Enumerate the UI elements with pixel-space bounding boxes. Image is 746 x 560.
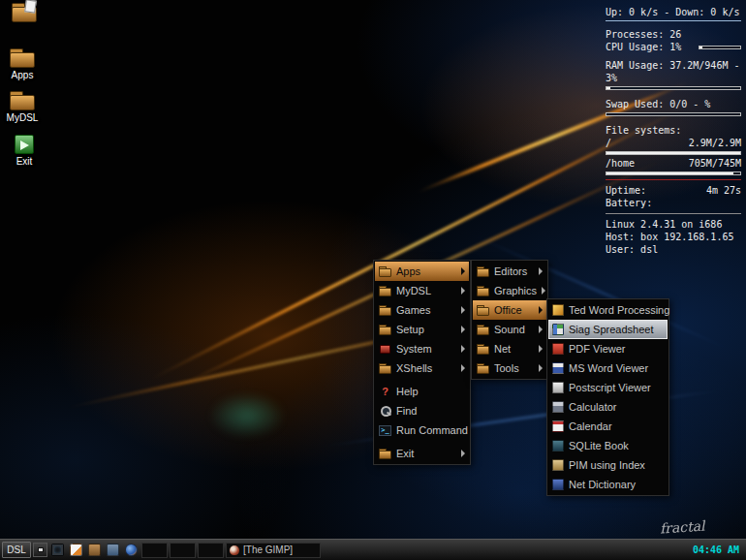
net-speed-line: Up: 0 k/s - Down: 0 k/s [606,6,741,18]
menu-item-label: SQLite Book [569,440,664,451]
menu-item-label: Exit [396,448,456,459]
desktop-icon-system[interactable] [2,3,47,24]
submenu-arrow-icon [539,267,543,275]
task-button-gimp[interactable]: [The GIMP] [226,543,321,558]
desktop-icon-label: MyDSL [0,112,45,123]
office-item-calendar[interactable]: Calendar [548,417,668,436]
fs-mount: /home [606,157,635,170]
office-item-msword[interactable]: MS Word Viewer [548,358,668,378]
menu-item-apps[interactable]: Apps [375,262,469,281]
submenu-arrow-icon [539,345,543,353]
task-slot-empty[interactable] [198,543,224,558]
folder-icon [477,286,489,296]
submenu-item-editors[interactable]: Editors [473,262,546,281]
os-line: Linux 2.4.31 on i686 [606,218,741,231]
office-item-siag[interactable]: Siag Spreadsheet [548,320,668,339]
launcher-editor[interactable] [68,542,84,558]
desktop-icon-apps[interactable]: Apps [0,48,45,80]
menu-item-mydsl[interactable]: MyDSL [375,281,469,300]
menu-item-setup[interactable]: Setup [375,320,469,339]
menu-item-help[interactable]: Help [375,382,469,401]
taskbar-empty-area [323,543,686,558]
desktop: fractal Apps MyDSL Exit Up: 0 k/s - Down… [0,0,746,560]
menu-item-run-command[interactable]: Run Command [375,420,469,440]
desktop-icon-mydsl[interactable]: MyDSL [0,91,45,123]
menu-item-label: Setup [396,324,456,335]
swap-usage-bar [606,112,741,116]
menu-item-games[interactable]: Games [375,300,469,320]
iconify-button[interactable] [33,543,47,557]
menu-item-label: MS Word Viewer [569,362,664,374]
submenu-item-tools[interactable]: Tools [473,358,546,378]
launcher-terminal[interactable] [49,542,66,558]
separator [606,20,741,21]
menu-item-label: Siag Spreadsheet [569,324,664,335]
submenu-arrow-icon [461,364,465,372]
start-button[interactable]: DSL [2,542,31,558]
pdf-document-icon [552,343,564,355]
folder-icon [379,266,391,277]
menu-item-label: Tools [494,362,534,374]
submenu-arrow-icon [539,364,543,372]
menu-item-exit[interactable]: Exit [375,444,469,463]
root-menu: Apps MyDSL Games Setup System XShells [373,260,471,465]
menu-item-label: Help [396,386,465,397]
uptime-label: Uptime: [606,184,646,197]
folder-icon [379,305,391,316]
desktop-icon-label: Apps [0,70,45,80]
office-item-calculator[interactable]: Calculator [548,397,668,417]
menu-item-label: Office [494,304,534,316]
submenu-arrow-icon [461,267,465,275]
fs-home-bar [606,171,741,175]
menu-item-label: PIM using Index [569,459,664,471]
folder-icon [477,325,489,335]
separator [606,179,741,180]
menu-item-label: Editors [494,265,534,277]
submenu-item-net[interactable]: Net [473,339,546,358]
folder-icon [379,325,391,335]
task-slot-empty[interactable] [170,543,196,558]
editor-icon [70,544,82,556]
separator [606,213,741,214]
submenu-item-graphics[interactable]: Graphics [473,281,546,300]
submenu-arrow-icon [461,345,465,353]
task-slot-empty[interactable] [141,543,168,558]
launcher-browser[interactable] [123,542,140,558]
office-item-pdf[interactable]: PDF Viewer [548,339,668,358]
office-item-postscript[interactable]: Postscript Viewer [548,378,668,397]
launcher-package[interactable] [86,542,103,558]
help-icon [379,387,391,397]
submenu-item-sound[interactable]: Sound [473,320,546,339]
menu-item-label: PDF Viewer [569,343,664,355]
office-item-sqlite[interactable]: SQLite Book [548,436,668,455]
cpu-usage-label: CPU Usage: 1% [606,41,681,53]
wallpaper-glow [208,392,286,439]
menu-item-label: XShells [396,362,456,374]
folder-icon [477,305,489,316]
office-item-dictionary[interactable]: Net Dictionary [548,475,668,494]
wallpaper-signature: fractal [660,517,706,536]
task-label: [The GIMP] [243,544,293,555]
launcher-mail[interactable] [105,542,121,558]
menu-item-label: Run Command [396,424,468,436]
office-item-pim[interactable]: PIM using Index [548,455,668,475]
menu-item-find[interactable]: Find [375,401,469,420]
menu-item-label: Ted Word Processing [569,304,669,316]
office-submenu: Ted Word Processing Siag Spreadsheet PDF… [546,298,669,496]
fs-mount: / [606,137,611,149]
folder-icon [477,266,489,277]
office-item-ted[interactable]: Ted Word Processing [548,300,668,320]
window-icon [38,547,44,552]
desktop-icon-label: Exit [2,156,47,167]
desktop-icon-exit[interactable]: Exit [2,135,47,167]
mail-icon [107,544,119,556]
clock: 04:46 AM [688,544,744,555]
submenu-arrow-icon [542,287,545,295]
menu-item-xshells[interactable]: XShells [375,358,469,378]
submenu-item-office[interactable]: Office [473,300,546,320]
filesystems-title: File systems: [606,124,741,137]
menu-item-system[interactable]: System [375,339,469,358]
dictionary-book-icon [552,479,564,490]
menu-item-label: Calculator [569,401,664,413]
submenu-arrow-icon [461,450,465,457]
